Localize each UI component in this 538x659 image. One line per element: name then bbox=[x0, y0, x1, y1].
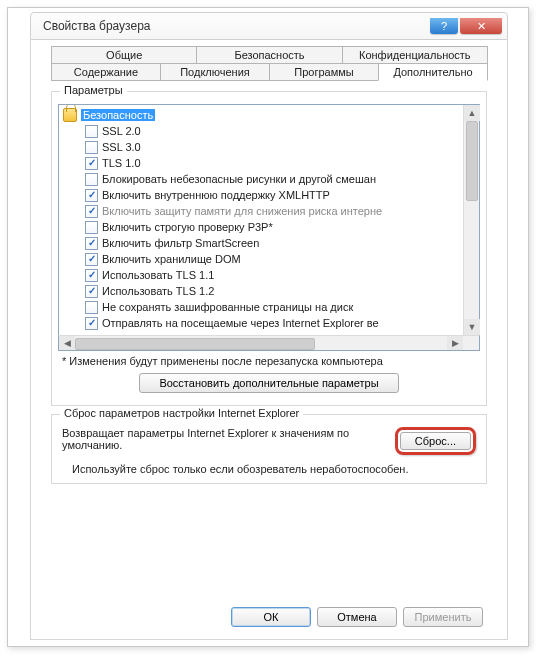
settings-tree[interactable]: Безопасность SSL 2.0SSL 3.0TLS 1.0Блокир… bbox=[58, 104, 480, 336]
tab-advanced-content: Параметры Безопасность SSL 2.0SSL 3.0TLS… bbox=[51, 80, 487, 484]
tab-content[interactable]: Содержание bbox=[51, 63, 161, 81]
setting-item-label: Включить защиту памяти для снижения риск… bbox=[102, 205, 382, 217]
checkbox[interactable] bbox=[85, 237, 98, 250]
setting-item[interactable]: Включить фильтр SmartScreen bbox=[63, 235, 463, 251]
tab-connections[interactable]: Подключения bbox=[160, 63, 270, 81]
setting-item[interactable]: Использовать TLS 1.1 bbox=[63, 267, 463, 283]
restore-advanced-button[interactable]: Восстановить дополнительные параметры bbox=[139, 373, 399, 393]
setting-item[interactable]: Включить защиту памяти для снижения риск… bbox=[63, 203, 463, 219]
horizontal-scroll-thumb[interactable] bbox=[75, 338, 315, 350]
setting-item-label: TLS 1.0 bbox=[102, 157, 141, 169]
tree-body: Безопасность SSL 2.0SSL 3.0TLS 1.0Блокир… bbox=[59, 105, 463, 335]
checkbox[interactable] bbox=[85, 157, 98, 170]
setting-item-label: SSL 3.0 bbox=[102, 141, 141, 153]
help-icon: ? bbox=[441, 20, 447, 32]
titlebar[interactable]: Свойства браузера ? ✕ bbox=[30, 12, 508, 40]
setting-item[interactable]: Использовать TLS 1.2 bbox=[63, 283, 463, 299]
close-icon: ✕ bbox=[477, 20, 486, 33]
setting-item-label: Использовать TLS 1.2 bbox=[102, 285, 214, 297]
checkbox[interactable] bbox=[85, 205, 98, 218]
scroll-right-icon[interactable]: ▶ bbox=[447, 336, 463, 350]
setting-item[interactable]: SSL 2.0 bbox=[63, 123, 463, 139]
dialog-body: Общие Безопасность Конфиденциальность Со… bbox=[30, 40, 508, 640]
setting-item[interactable]: Включить строгую проверку P3P* bbox=[63, 219, 463, 235]
reset-button[interactable]: Сброс... bbox=[400, 432, 471, 450]
checkbox[interactable] bbox=[85, 269, 98, 282]
setting-item[interactable]: Блокировать небезопасные рисунки и друго… bbox=[63, 171, 463, 187]
tabs-row-2: Содержание Подключения Программы Дополни… bbox=[31, 63, 507, 81]
tab-programs[interactable]: Программы bbox=[269, 63, 379, 81]
tab-advanced[interactable]: Дополнительно bbox=[378, 63, 488, 81]
reset-fieldset: Сброс параметров настройки Internet Expl… bbox=[51, 414, 487, 484]
setting-item[interactable]: SSL 3.0 bbox=[63, 139, 463, 155]
scroll-left-icon[interactable]: ◀ bbox=[59, 336, 75, 350]
setting-item-label: Отправлять на посещаемые через Internet … bbox=[102, 317, 379, 329]
lock-icon bbox=[63, 108, 77, 122]
setting-item-label: Включить фильтр SmartScreen bbox=[102, 237, 259, 249]
setting-item-label: SSL 2.0 bbox=[102, 125, 141, 137]
setting-item[interactable]: Включить внутреннюю поддержку XMLHTTP bbox=[63, 187, 463, 203]
scroll-down-icon[interactable]: ▼ bbox=[464, 319, 480, 335]
setting-item-label: Не сохранять зашифрованные страницы на д… bbox=[102, 301, 353, 313]
tabs-row-1: Общие Безопасность Конфиденциальность bbox=[31, 40, 507, 64]
scroll-up-icon[interactable]: ▲ bbox=[464, 105, 480, 121]
checkbox[interactable] bbox=[85, 317, 98, 330]
setting-item-label: Включить хранилище DOM bbox=[102, 253, 241, 265]
reset-highlight-ring: Сброс... bbox=[395, 427, 476, 455]
apply-button[interactable]: Применить bbox=[403, 607, 483, 627]
horizontal-scrollbar[interactable]: ◀ ▶ bbox=[58, 335, 480, 351]
setting-item[interactable]: Включить хранилище DOM bbox=[63, 251, 463, 267]
checkbox[interactable] bbox=[85, 141, 98, 154]
checkbox[interactable] bbox=[85, 189, 98, 202]
close-button[interactable]: ✕ bbox=[460, 18, 502, 34]
setting-item[interactable]: Отправлять на посещаемые через Internet … bbox=[63, 315, 463, 331]
scroll-corner bbox=[463, 336, 479, 350]
reset-note: Используйте сброс только если обозревате… bbox=[58, 459, 480, 477]
checkbox[interactable] bbox=[85, 125, 98, 138]
checkbox[interactable] bbox=[85, 221, 98, 234]
hscroll-track[interactable] bbox=[75, 336, 447, 350]
tab-general[interactable]: Общие bbox=[51, 46, 197, 64]
checkbox[interactable] bbox=[85, 253, 98, 266]
dialog-footer-buttons: ОК Отмена Применить bbox=[231, 607, 483, 627]
help-button[interactable]: ? bbox=[430, 18, 458, 34]
vertical-scroll-thumb[interactable] bbox=[466, 121, 478, 201]
window-title: Свойства браузера bbox=[43, 19, 151, 33]
setting-item[interactable]: TLS 1.0 bbox=[63, 155, 463, 171]
tab-privacy[interactable]: Конфиденциальность bbox=[342, 46, 488, 64]
category-security-label: Безопасность bbox=[81, 109, 155, 121]
reset-description: Возвращает параметры Internet Explorer к… bbox=[62, 427, 385, 451]
vertical-scrollbar[interactable]: ▲ ▼ bbox=[463, 105, 479, 335]
params-legend: Параметры bbox=[60, 84, 127, 96]
reset-legend: Сброс параметров настройки Internet Expl… bbox=[60, 407, 303, 419]
checkbox[interactable] bbox=[85, 285, 98, 298]
setting-item-label: Блокировать небезопасные рисунки и друго… bbox=[102, 173, 376, 185]
ok-button[interactable]: ОК bbox=[231, 607, 311, 627]
restart-note: * Изменения будут применены после переза… bbox=[62, 355, 480, 367]
checkbox[interactable] bbox=[85, 301, 98, 314]
tab-security[interactable]: Безопасность bbox=[196, 46, 342, 64]
setting-item-label: Включить внутреннюю поддержку XMLHTTP bbox=[102, 189, 330, 201]
cancel-button[interactable]: Отмена bbox=[317, 607, 397, 627]
setting-item[interactable]: Не сохранять зашифрованные страницы на д… bbox=[63, 299, 463, 315]
params-fieldset: Параметры Безопасность SSL 2.0SSL 3.0TLS… bbox=[51, 91, 487, 406]
setting-item-label: Использовать TLS 1.1 bbox=[102, 269, 214, 281]
category-security-row[interactable]: Безопасность bbox=[63, 107, 463, 123]
setting-item-label: Включить строгую проверку P3P* bbox=[102, 221, 273, 233]
checkbox[interactable] bbox=[85, 173, 98, 186]
